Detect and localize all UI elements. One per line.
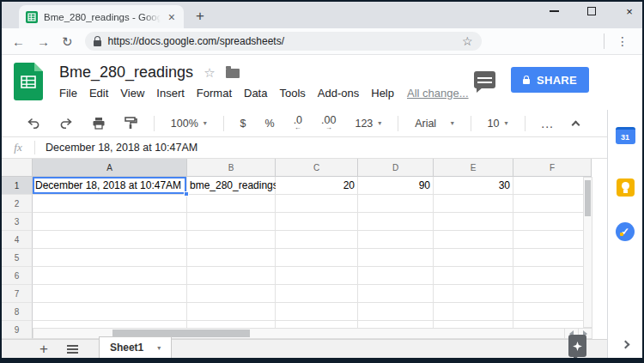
cell[interactable] xyxy=(434,303,513,321)
chevron-right-icon[interactable] xyxy=(621,341,629,349)
cell-C1[interactable]: 20 xyxy=(276,177,358,195)
refresh-icon[interactable]: ↻ xyxy=(62,35,73,48)
cell[interactable] xyxy=(513,303,592,321)
cell-A1[interactable]: December 18, 2018 at 10:47AM xyxy=(33,177,187,195)
cell[interactable] xyxy=(33,249,187,267)
browser-menu-icon[interactable]: ⋮ xyxy=(617,34,629,48)
sheets-logo[interactable] xyxy=(14,63,43,100)
document-title[interactable]: Bme_280_readings xyxy=(59,64,193,82)
cell[interactable] xyxy=(513,249,592,267)
print-icon[interactable] xyxy=(84,113,113,134)
minimize-button[interactable] xyxy=(548,5,560,17)
select-all-corner[interactable] xyxy=(2,159,33,177)
row-header-5[interactable]: 5 xyxy=(2,249,33,267)
cell[interactable] xyxy=(513,231,592,249)
menu-data[interactable]: Data xyxy=(238,85,273,101)
column-header-B[interactable]: B xyxy=(187,159,276,177)
cell[interactable] xyxy=(434,249,513,267)
cell[interactable] xyxy=(434,285,513,303)
cell[interactable] xyxy=(434,231,513,249)
cell[interactable] xyxy=(33,285,187,303)
row-header-1[interactable]: 1 xyxy=(2,177,33,195)
cell[interactable] xyxy=(276,285,358,303)
cell[interactable] xyxy=(187,249,276,267)
column-header-A[interactable]: A xyxy=(33,159,187,177)
cell[interactable] xyxy=(187,303,276,321)
cell[interactable] xyxy=(358,195,434,213)
cell[interactable] xyxy=(358,213,434,231)
format-currency-button[interactable]: $ xyxy=(233,113,254,134)
add-sheet-button[interactable]: + xyxy=(39,341,48,358)
cell[interactable] xyxy=(513,285,592,303)
column-header-D[interactable]: D xyxy=(358,159,434,177)
cell[interactable] xyxy=(33,213,187,231)
font-size-select[interactable]: 10▾ xyxy=(480,113,516,134)
cell[interactable] xyxy=(358,303,434,321)
cell[interactable] xyxy=(187,231,276,249)
menu-view[interactable]: View xyxy=(114,85,150,101)
cell[interactable] xyxy=(33,267,187,285)
cell[interactable] xyxy=(358,285,434,303)
cell[interactable] xyxy=(187,213,276,231)
browser-tab[interactable]: Bme_280_readings - Google Shee × xyxy=(19,5,184,28)
menu-file[interactable]: File xyxy=(53,85,83,101)
menu-addons[interactable]: Add-ons xyxy=(312,85,365,101)
cell[interactable] xyxy=(187,285,276,303)
more-toolbar-icon[interactable]: ... xyxy=(533,113,562,134)
calendar-icon[interactable]: 31 xyxy=(616,127,635,144)
collapse-toolbar-button[interactable] xyxy=(565,113,586,134)
row-header-6[interactable]: 6 xyxy=(2,267,33,285)
column-header-F[interactable]: F xyxy=(513,159,592,177)
bookmark-star-icon[interactable]: ☆ xyxy=(462,34,473,48)
column-header-C[interactable]: C xyxy=(276,159,358,177)
redo-icon[interactable] xyxy=(52,113,81,134)
row-header-7[interactable]: 7 xyxy=(2,285,33,303)
menu-insert[interactable]: Insert xyxy=(150,85,191,101)
keep-icon[interactable] xyxy=(617,178,635,197)
cell[interactable] xyxy=(33,231,187,249)
cell[interactable] xyxy=(513,267,592,285)
cell[interactable] xyxy=(358,249,434,267)
cell[interactable] xyxy=(358,267,434,285)
cell[interactable] xyxy=(33,195,187,213)
chevron-down-icon[interactable]: ▾ xyxy=(157,344,161,352)
window-close-button[interactable]: × xyxy=(623,5,635,17)
more-formats-button[interactable]: 123▾ xyxy=(347,113,389,134)
menu-edit[interactable]: Edit xyxy=(83,85,114,101)
new-tab-button[interactable]: + xyxy=(196,8,204,25)
saved-status-link[interactable]: All change... xyxy=(407,87,469,100)
tab-close-icon[interactable]: × xyxy=(167,10,177,24)
share-button[interactable]: SHARE xyxy=(511,67,589,93)
url-text[interactable]: https://docs.google.com/spreadsheets/ xyxy=(108,35,455,47)
vertical-scrollbar[interactable] xyxy=(583,177,592,328)
cell[interactable] xyxy=(434,195,513,213)
row-header-3[interactable]: 3 xyxy=(2,213,33,231)
maximize-button[interactable] xyxy=(586,5,598,17)
font-select[interactable]: Arial▾ xyxy=(407,113,462,134)
menu-format[interactable]: Format xyxy=(191,85,238,101)
row-header-9[interactable]: 9 xyxy=(2,321,33,339)
cell[interactable] xyxy=(187,267,276,285)
cell-D1[interactable]: 90 xyxy=(358,177,434,195)
undo-icon[interactable] xyxy=(19,113,48,134)
all-sheets-icon[interactable] xyxy=(67,345,78,354)
cell-E1[interactable]: 30 xyxy=(434,177,513,195)
cell[interactable] xyxy=(276,267,358,285)
cell-B1[interactable]: bme_280_readings xyxy=(187,177,276,195)
column-header-E[interactable]: E xyxy=(434,159,513,177)
cell[interactable] xyxy=(276,213,358,231)
cell[interactable] xyxy=(187,195,276,213)
cell[interactable] xyxy=(33,303,187,321)
cell[interactable] xyxy=(358,231,434,249)
tasks-icon[interactable]: ✓ xyxy=(616,222,635,241)
move-folder-icon[interactable] xyxy=(226,69,240,78)
zoom-select[interactable]: 100%▾ xyxy=(163,113,215,134)
vertical-scrollbar-thumb[interactable] xyxy=(585,180,591,216)
cell[interactable] xyxy=(434,267,513,285)
decrease-decimal-button[interactable]: .0← xyxy=(286,113,310,134)
cell-F1[interactable] xyxy=(513,177,592,195)
cell[interactable] xyxy=(276,249,358,267)
comments-icon[interactable] xyxy=(474,71,495,88)
row-header-8[interactable]: 8 xyxy=(2,303,33,321)
formula-input[interactable]: December 18, 2018 at 10:47AM xyxy=(46,142,197,154)
